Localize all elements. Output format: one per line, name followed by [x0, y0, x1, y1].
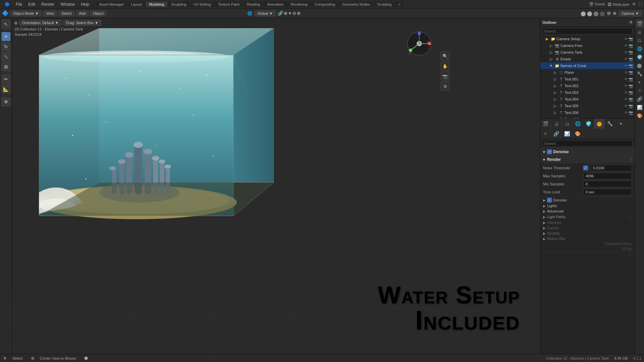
vert-tab-viewlayer[interactable]: 🗂 [636, 36, 644, 44]
tool-rotate[interactable]: ↻ [1, 42, 11, 51]
prop-tab-material[interactable]: 🎨 [573, 129, 583, 139]
prop-tab-particles[interactable]: ✦ [615, 119, 626, 129]
engine-icon[interactable]: ⚙ [632, 2, 636, 6]
overlay-btn[interactable]: ⊞ [607, 11, 611, 16]
render-options-icon[interactable]: ⋮ [629, 157, 633, 162]
volumes-header[interactable]: ▶ Volumes [540, 220, 635, 225]
render-icon-camera-free[interactable]: 📷 [629, 44, 633, 48]
gizmo-btn[interactable]: ⊕ [613, 11, 616, 16]
min-samples-value[interactable]: 0 [583, 181, 632, 187]
object-btn[interactable]: Object [90, 10, 107, 16]
global-btn[interactable]: Global ▼ [254, 10, 276, 16]
fullscreen-icon[interactable]: ⛶ [638, 2, 642, 6]
nav-grid[interactable]: ⊞ [441, 82, 449, 90]
vert-tab-physics[interactable]: ⚛ [636, 86, 644, 95]
prop-tab-world[interactable]: 🌍 [583, 119, 594, 129]
menu-window[interactable]: Window [58, 1, 77, 7]
nav-camera[interactable]: 📷 [441, 72, 449, 80]
view-btn[interactable]: View [43, 10, 57, 16]
tab-asset-manager[interactable]: Asset Manager [96, 2, 127, 7]
denoise2-checkbox[interactable]: ✓ [547, 198, 552, 202]
render-icon-text004[interactable]: 📷 [629, 97, 633, 102]
menu-blender[interactable]: 🔵 [2, 1, 12, 7]
tab-shading[interactable]: Shading [243, 2, 263, 7]
vert-tab-output[interactable]: 🖨 [636, 28, 644, 36]
tab-modeling[interactable]: Modeling [146, 2, 168, 7]
menu-render[interactable]: Render [39, 1, 57, 7]
lights-header[interactable]: ▶ Lights [540, 203, 635, 208]
prop-tab-view-layer[interactable]: 🗂 [562, 119, 573, 129]
tab-sculpting[interactable]: Sculpting [168, 2, 190, 7]
object-mode-btn[interactable]: Object Mode ▼ [10, 10, 42, 16]
outliner-item-text004[interactable]: ▷ T Text.004 👁 📷 [540, 96, 635, 103]
eye-icon-text004[interactable]: 👁 [624, 97, 628, 101]
max-samples-value[interactable]: 4096 [583, 173, 632, 179]
render-icon-text002[interactable]: 📷 [629, 84, 633, 88]
denoise-checkbox[interactable]: ✓ [547, 149, 552, 154]
add-btn[interactable]: Add [76, 10, 89, 16]
tab-uv-editing[interactable]: UV Editing [190, 2, 214, 7]
tool-measure[interactable]: 📐 [1, 84, 11, 94]
vert-tab-particles[interactable]: ✦ [636, 78, 644, 86]
vert-tab-constraints[interactable]: 🔗 [636, 95, 644, 103]
eye-icon-text006[interactable]: 👁 [624, 111, 628, 115]
prop-tab-scene[interactable]: 🌐 [573, 119, 583, 129]
eye-icon-camera-setup[interactable]: 👁 [624, 37, 628, 41]
menu-file[interactable]: File [13, 1, 25, 7]
tab-scripting[interactable]: Scripting [374, 2, 395, 7]
denoise-header[interactable]: ▼ ✓ Denoise [540, 148, 635, 156]
drag-btn[interactable]: Drag: Select Box ▼ [63, 20, 101, 26]
outliner-item-camera-setup[interactable]: ▶ 📁 Camera Setup 👁 📷 [540, 36, 635, 42]
tab-geometry-nodes[interactable]: Geometry Nodes [339, 2, 373, 7]
prop-tab-physics[interactable]: ⚛ [540, 129, 551, 139]
vert-tab-data[interactable]: 📊 [636, 103, 644, 111]
eye-icon-text005[interactable]: 👁 [624, 104, 628, 108]
tool-select[interactable]: ↖ [1, 19, 11, 29]
outliner-item-camera-free[interactable]: ▷ 📷 Camera Free 👁 📷 [540, 42, 635, 49]
motion-blur-header[interactable]: ▶ Motion Blur [540, 236, 635, 241]
tab-animation[interactable]: Animation [264, 2, 287, 7]
eye-icon-camera-free[interactable]: 👁 [624, 44, 628, 48]
eye-icon-camera-tank[interactable]: 👁 [624, 50, 628, 54]
tab-add[interactable]: + [395, 2, 404, 7]
vert-tab-object[interactable]: ⬤ [636, 61, 644, 69]
viewport[interactable]: ⊕ Orientation: Default ▼ Drag: Select Bo… [12, 18, 540, 354]
render-icon-empty[interactable]: 📷 [629, 57, 633, 61]
render-icon-camera-setup[interactable]: 📷 [629, 37, 633, 41]
curves-header[interactable]: ▶ Curves [540, 225, 635, 231]
outliner-item-text003[interactable]: ▷ T Text.003 👁 📷 [540, 89, 635, 96]
eye-icon-plane[interactable]: 👁 [624, 70, 628, 74]
menu-help[interactable]: Help [78, 1, 92, 7]
prop-tab-data[interactable]: 📊 [562, 129, 573, 139]
menu-edit[interactable]: Edit [25, 1, 38, 7]
bottom-options-icon[interactable]: ⋮ [628, 253, 632, 258]
tool-move[interactable]: ✛ [1, 32, 11, 41]
simplify-header[interactable]: ▶ Simplify [540, 231, 635, 236]
vert-tab-material[interactable]: 🎨 [636, 112, 644, 120]
vert-tab-world[interactable]: 🌍 [636, 53, 644, 61]
render-icon-names-of-coral[interactable]: 📷 [629, 64, 633, 68]
prop-tab-constraints[interactable]: 🔗 [551, 129, 562, 139]
prop-tab-render[interactable]: 🎬 [540, 119, 551, 129]
eye-icon-text003[interactable]: 👁 [624, 90, 628, 95]
tool-annotate[interactable]: ✏ [1, 74, 11, 84]
eye-icon-text002[interactable]: 👁 [624, 84, 628, 88]
light-paths-options-icon[interactable]: ⋮ [628, 215, 632, 219]
outliner-item-plane[interactable]: ▷ ⬡ Plane 👁 📷 [540, 69, 635, 76]
options-btn[interactable]: Options ▼ [619, 10, 642, 16]
tab-texture-paint[interactable]: Texture Paint [215, 2, 243, 7]
render-icon-text006[interactable]: 📷 [629, 111, 633, 115]
outliner-item-camera-tank[interactable]: ▷ 📷 Camera Tank 👁 📷 [540, 49, 635, 56]
noise-threshold-checkbox[interactable]: ✓ [583, 166, 588, 170]
eye-icon-empty[interactable]: 👁 [624, 57, 628, 61]
time-limit-value[interactable]: 0 sec [583, 189, 632, 195]
outliner-filter-icon[interactable]: ⚙ [629, 20, 633, 24]
outliner-item-text007[interactable]: ▷ T Text.007 👁 📷 [540, 116, 635, 119]
prop-tab-modifier[interactable]: 🔧 [605, 119, 615, 129]
light-paths-header[interactable]: ▶ Light Paths ⋮ [540, 214, 635, 220]
outliner-item-names-of-coral[interactable]: ▼ 📁 Names of Coral 👁 📷 [540, 62, 635, 69]
eye-icon-text001[interactable]: 👁 [624, 77, 628, 81]
render-icon-plane[interactable]: 📷 [629, 70, 633, 75]
render-icon-text001[interactable]: 📷 [629, 77, 633, 81]
outliner-item-text006[interactable]: ▷ T Text.006 👁 📷 [540, 109, 635, 116]
